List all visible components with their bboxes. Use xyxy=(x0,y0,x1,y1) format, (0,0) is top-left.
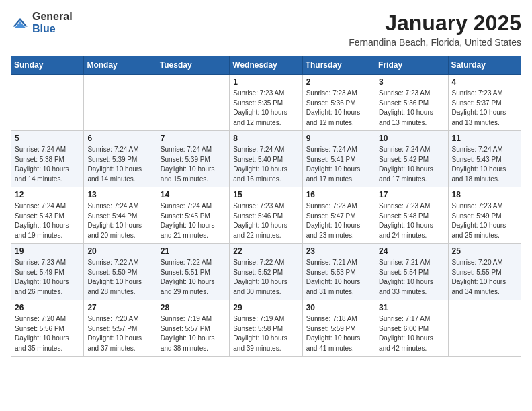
day-info: Sunrise: 7:22 AM Sunset: 5:52 PM Dayligh… xyxy=(233,258,298,297)
calendar-cell: 16Sunrise: 7:23 AM Sunset: 5:47 PM Dayli… xyxy=(302,187,375,244)
calendar-cell: 10Sunrise: 7:24 AM Sunset: 5:42 PM Dayli… xyxy=(375,131,448,187)
day-number: 24 xyxy=(379,246,444,256)
calendar-cell: 13Sunrise: 7:24 AM Sunset: 5:44 PM Dayli… xyxy=(84,187,157,244)
calendar-subtitle: Fernandina Beach, Florida, United States xyxy=(349,37,521,48)
logo-general: General xyxy=(32,11,73,22)
day-number: 11 xyxy=(452,134,517,143)
day-number: 21 xyxy=(161,246,226,256)
calendar-cell: 25Sunrise: 7:20 AM Sunset: 5:55 PM Dayli… xyxy=(448,244,521,300)
day-number: 31 xyxy=(379,303,444,312)
day-info: Sunrise: 7:24 AM Sunset: 5:38 PM Dayligh… xyxy=(15,145,80,184)
logo-blue: Blue xyxy=(32,23,56,34)
day-number: 19 xyxy=(15,246,80,256)
calendar-cell: 17Sunrise: 7:23 AM Sunset: 5:48 PM Dayli… xyxy=(375,187,448,244)
day-number: 23 xyxy=(306,246,371,256)
calendar-cell: 21Sunrise: 7:22 AM Sunset: 5:51 PM Dayli… xyxy=(157,244,229,300)
calendar-cell xyxy=(448,300,521,357)
calendar-cell: 9Sunrise: 7:24 AM Sunset: 5:41 PM Daylig… xyxy=(302,131,375,187)
day-info: Sunrise: 7:21 AM Sunset: 5:53 PM Dayligh… xyxy=(306,258,371,297)
logo: General Blue xyxy=(11,11,73,35)
day-info: Sunrise: 7:23 AM Sunset: 5:49 PM Dayligh… xyxy=(15,258,80,297)
day-info: Sunrise: 7:24 AM Sunset: 5:40 PM Dayligh… xyxy=(233,145,298,184)
calendar-week-row: 5Sunrise: 7:24 AM Sunset: 5:38 PM Daylig… xyxy=(11,131,521,187)
day-number: 9 xyxy=(306,134,371,143)
calendar-cell: 20Sunrise: 7:22 AM Sunset: 5:50 PM Dayli… xyxy=(84,244,157,300)
calendar-cell: 1Sunrise: 7:23 AM Sunset: 5:35 PM Daylig… xyxy=(230,75,302,131)
day-info: Sunrise: 7:23 AM Sunset: 5:49 PM Dayligh… xyxy=(452,201,517,240)
day-number: 26 xyxy=(15,303,80,312)
day-info: Sunrise: 7:22 AM Sunset: 5:51 PM Dayligh… xyxy=(161,258,226,297)
title-block: January 2025 Fernandina Beach, Florida, … xyxy=(349,11,521,48)
day-number: 12 xyxy=(15,190,80,199)
day-info: Sunrise: 7:23 AM Sunset: 5:35 PM Dayligh… xyxy=(233,89,298,128)
day-number: 25 xyxy=(452,246,517,256)
weekday-header-monday: Monday xyxy=(84,56,157,75)
calendar-cell xyxy=(84,75,157,131)
calendar-cell: 4Sunrise: 7:23 AM Sunset: 5:37 PM Daylig… xyxy=(448,75,521,131)
day-info: Sunrise: 7:19 AM Sunset: 5:57 PM Dayligh… xyxy=(161,314,226,353)
day-info: Sunrise: 7:23 AM Sunset: 5:47 PM Dayligh… xyxy=(306,201,371,240)
day-number: 30 xyxy=(306,303,371,312)
day-info: Sunrise: 7:22 AM Sunset: 5:50 PM Dayligh… xyxy=(87,258,152,297)
calendar-cell: 7Sunrise: 7:24 AM Sunset: 5:39 PM Daylig… xyxy=(157,131,229,187)
calendar-cell: 15Sunrise: 7:23 AM Sunset: 5:46 PM Dayli… xyxy=(230,187,302,244)
day-info: Sunrise: 7:18 AM Sunset: 5:59 PM Dayligh… xyxy=(306,314,371,353)
calendar-cell: 8Sunrise: 7:24 AM Sunset: 5:40 PM Daylig… xyxy=(230,131,302,187)
calendar-cell: 31Sunrise: 7:17 AM Sunset: 6:00 PM Dayli… xyxy=(375,300,448,357)
calendar-cell: 24Sunrise: 7:21 AM Sunset: 5:54 PM Dayli… xyxy=(375,244,448,300)
calendar-body: 1Sunrise: 7:23 AM Sunset: 5:35 PM Daylig… xyxy=(11,75,521,357)
day-number: 15 xyxy=(233,190,298,199)
calendar-cell xyxy=(157,75,229,131)
day-info: Sunrise: 7:24 AM Sunset: 5:39 PM Dayligh… xyxy=(87,145,152,184)
day-info: Sunrise: 7:17 AM Sunset: 6:00 PM Dayligh… xyxy=(379,314,444,353)
calendar-cell: 28Sunrise: 7:19 AM Sunset: 5:57 PM Dayli… xyxy=(157,300,229,357)
calendar-cell: 19Sunrise: 7:23 AM Sunset: 5:49 PM Dayli… xyxy=(11,244,84,300)
calendar-cell: 5Sunrise: 7:24 AM Sunset: 5:38 PM Daylig… xyxy=(11,131,84,187)
day-info: Sunrise: 7:24 AM Sunset: 5:43 PM Dayligh… xyxy=(15,201,80,240)
calendar-cell: 11Sunrise: 7:24 AM Sunset: 5:43 PM Dayli… xyxy=(448,131,521,187)
calendar-cell: 2Sunrise: 7:23 AM Sunset: 5:36 PM Daylig… xyxy=(302,75,375,131)
calendar-cell: 12Sunrise: 7:24 AM Sunset: 5:43 PM Dayli… xyxy=(11,187,84,244)
day-info: Sunrise: 7:23 AM Sunset: 5:37 PM Dayligh… xyxy=(452,89,517,128)
calendar-cell: 30Sunrise: 7:18 AM Sunset: 5:59 PM Dayli… xyxy=(302,300,375,357)
weekday-header-tuesday: Tuesday xyxy=(157,56,229,75)
weekday-header-wednesday: Wednesday xyxy=(230,56,302,75)
day-info: Sunrise: 7:24 AM Sunset: 5:44 PM Dayligh… xyxy=(87,201,152,240)
weekday-header-thursday: Thursday xyxy=(302,56,375,75)
calendar-title: January 2025 xyxy=(349,11,521,36)
day-number: 13 xyxy=(87,190,152,199)
calendar-table: SundayMondayTuesdayWednesdayThursdayFrid… xyxy=(11,56,521,357)
weekday-header-row: SundayMondayTuesdayWednesdayThursdayFrid… xyxy=(11,56,521,75)
day-info: Sunrise: 7:23 AM Sunset: 5:48 PM Dayligh… xyxy=(379,201,444,240)
day-info: Sunrise: 7:24 AM Sunset: 5:43 PM Dayligh… xyxy=(452,145,517,184)
calendar-cell: 3Sunrise: 7:23 AM Sunset: 5:36 PM Daylig… xyxy=(375,75,448,131)
calendar-week-row: 12Sunrise: 7:24 AM Sunset: 5:43 PM Dayli… xyxy=(11,187,521,244)
day-info: Sunrise: 7:23 AM Sunset: 5:36 PM Dayligh… xyxy=(379,89,444,128)
day-number: 14 xyxy=(161,190,226,199)
day-info: Sunrise: 7:23 AM Sunset: 5:46 PM Dayligh… xyxy=(233,201,298,240)
day-info: Sunrise: 7:24 AM Sunset: 5:45 PM Dayligh… xyxy=(161,201,226,240)
day-info: Sunrise: 7:24 AM Sunset: 5:39 PM Dayligh… xyxy=(161,145,226,184)
weekday-header-friday: Friday xyxy=(375,56,448,75)
day-number: 8 xyxy=(233,134,298,143)
day-info: Sunrise: 7:23 AM Sunset: 5:36 PM Dayligh… xyxy=(306,89,371,128)
calendar-header: SundayMondayTuesdayWednesdayThursdayFrid… xyxy=(11,56,521,75)
calendar-cell: 26Sunrise: 7:20 AM Sunset: 5:56 PM Dayli… xyxy=(11,300,84,357)
calendar-cell: 29Sunrise: 7:19 AM Sunset: 5:58 PM Dayli… xyxy=(230,300,302,357)
day-info: Sunrise: 7:24 AM Sunset: 5:42 PM Dayligh… xyxy=(379,145,444,184)
day-number: 1 xyxy=(233,77,298,87)
calendar-week-row: 26Sunrise: 7:20 AM Sunset: 5:56 PM Dayli… xyxy=(11,300,521,357)
day-number: 16 xyxy=(306,190,371,199)
calendar-cell: 14Sunrise: 7:24 AM Sunset: 5:45 PM Dayli… xyxy=(157,187,229,244)
calendar-week-row: 1Sunrise: 7:23 AM Sunset: 5:35 PM Daylig… xyxy=(11,75,521,131)
day-number: 2 xyxy=(306,77,371,87)
day-info: Sunrise: 7:21 AM Sunset: 5:54 PM Dayligh… xyxy=(379,258,444,297)
calendar-cell: 18Sunrise: 7:23 AM Sunset: 5:49 PM Dayli… xyxy=(448,187,521,244)
day-number: 22 xyxy=(233,246,298,256)
day-number: 17 xyxy=(379,190,444,199)
calendar-cell xyxy=(11,75,84,131)
day-number: 7 xyxy=(161,134,226,143)
weekday-header-sunday: Sunday xyxy=(11,56,84,75)
calendar-cell: 23Sunrise: 7:21 AM Sunset: 5:53 PM Dayli… xyxy=(302,244,375,300)
day-number: 20 xyxy=(87,246,152,256)
